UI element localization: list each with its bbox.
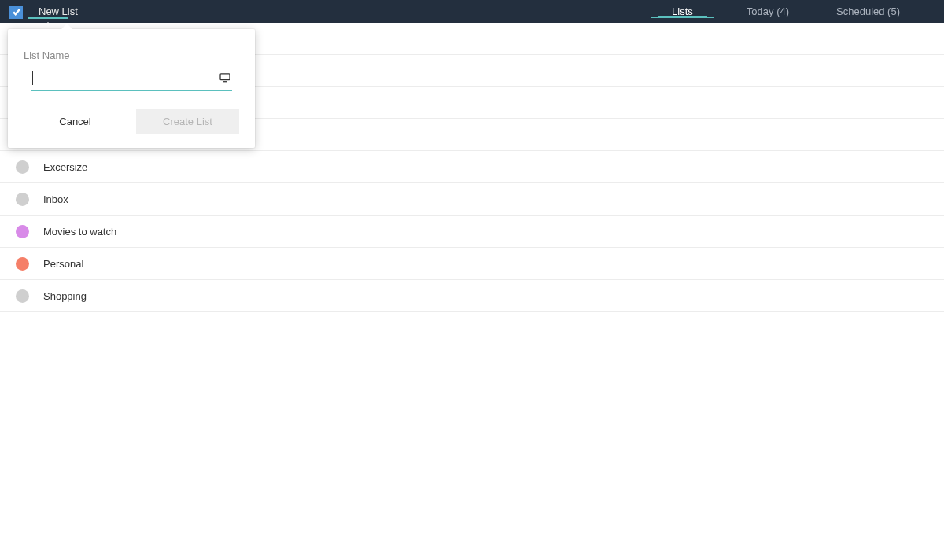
list-name-label: List Name <box>24 50 239 61</box>
list-item-label: Personal <box>43 258 83 270</box>
tab-today-label: Today (4) <box>747 6 789 17</box>
tab-active-underline <box>658 16 707 17</box>
keyboard-icon[interactable] <box>219 72 230 86</box>
list-item[interactable]: Inbox <box>0 183 944 216</box>
create-list-button[interactable]: Create List <box>136 109 239 134</box>
list-name-input-wrap <box>31 68 232 91</box>
svg-rect-0 <box>220 74 230 80</box>
topbar-left-group: New List <box>0 0 79 23</box>
list-item[interactable]: Movies to watch <box>0 216 944 248</box>
tab-scheduled-label: Scheduled (5) <box>836 6 900 17</box>
popover-actions: Cancel Create List <box>24 109 239 134</box>
list-color-dot <box>16 160 29 174</box>
new-list-button[interactable]: New List <box>37 6 79 17</box>
list-name-input[interactable] <box>31 70 232 88</box>
list-item[interactable]: Personal <box>0 248 944 280</box>
text-cursor <box>32 71 33 85</box>
topbar-tabs: Lists Today (4) Scheduled (5) <box>642 0 944 23</box>
check-icon <box>12 7 21 17</box>
tab-today[interactable]: Today (4) <box>723 0 813 23</box>
tab-scheduled[interactable]: Scheduled (5) <box>813 0 944 23</box>
list-color-dot <box>16 225 29 238</box>
top-navigation-bar: New List Lists Today (4) Scheduled (5) <box>0 0 944 23</box>
list-item[interactable]: Shopping <box>0 280 944 312</box>
new-list-popover: List Name Cancel Create List <box>8 29 255 148</box>
cancel-button[interactable]: Cancel <box>24 109 127 134</box>
list-item-label: Inbox <box>43 193 68 205</box>
list-color-dot <box>16 289 29 303</box>
new-list-active-indicator <box>28 17 68 19</box>
app-logo-checkbox[interactable] <box>9 6 23 19</box>
list-item-label: Excersize <box>43 161 87 173</box>
list-color-dot <box>16 193 29 206</box>
list-item-label: Shopping <box>43 290 87 302</box>
tab-lists[interactable]: Lists <box>642 0 723 23</box>
list-item-label: Movies to watch <box>43 226 116 238</box>
list-item[interactable]: Excersize <box>0 151 944 183</box>
list-color-dot <box>16 257 29 271</box>
